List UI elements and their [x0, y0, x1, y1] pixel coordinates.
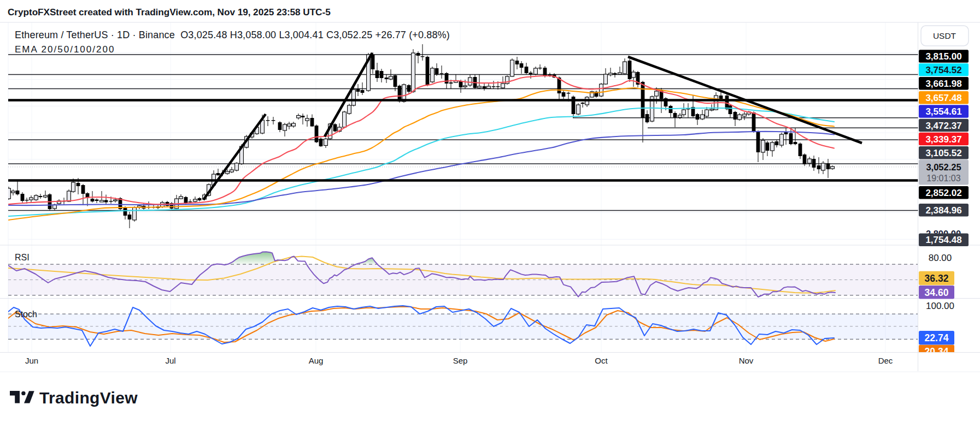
svg-text:Oct: Oct: [595, 356, 608, 365]
svg-text:3,657.48: 3,657.48: [925, 93, 961, 103]
svg-text:Jul: Jul: [165, 356, 175, 365]
svg-text:Sep: Sep: [453, 356, 468, 365]
svg-text:3,339.37: 3,339.37: [925, 134, 961, 145]
svg-text:2,384.96: 2,384.96: [925, 205, 961, 216]
svg-text:100.00: 100.00: [926, 301, 954, 311]
svg-text:EMA 20/50/100/200: EMA 20/50/100/200: [15, 44, 115, 55]
svg-text:Aug: Aug: [309, 356, 324, 365]
svg-text:Nov: Nov: [739, 356, 754, 365]
svg-text:36.32: 36.32: [925, 273, 949, 284]
svg-text:3,052.25: 3,052.25: [926, 162, 961, 172]
svg-text:Dec: Dec: [878, 356, 893, 365]
svg-text:3,105.52: 3,105.52: [925, 148, 961, 158]
svg-text:3,815.00: 3,815.00: [925, 51, 961, 62]
svg-text:3,661.98: 3,661.98: [925, 79, 961, 89]
svg-text:RSI: RSI: [15, 253, 30, 262]
svg-text:3,554.61: 3,554.61: [925, 106, 961, 117]
svg-text:34.60: 34.60: [925, 287, 949, 298]
svg-text:Ethereum / TetherUS · 1D · Bin: Ethereum / TetherUS · 1D · Binance O3,02…: [15, 29, 450, 40]
svg-text:22.74: 22.74: [925, 332, 949, 343]
svg-text:3,472.37: 3,472.37: [925, 121, 961, 131]
svg-text:TradingView: TradingView: [39, 389, 138, 407]
svg-text:1,754.48: 1,754.48: [925, 235, 961, 245]
svg-text:2,852.02: 2,852.02: [925, 188, 961, 198]
svg-text:3,754.52: 3,754.52: [925, 65, 961, 75]
svg-text:19:01:03: 19:01:03: [926, 174, 960, 183]
svg-text:80.00: 80.00: [929, 253, 952, 263]
svg-text:Stoch: Stoch: [15, 310, 37, 319]
svg-text:Jun: Jun: [25, 356, 38, 365]
svg-text:CryptoFXStreet created with Tr: CryptoFXStreet created with TradingView.…: [8, 7, 331, 17]
svg-text:USDT: USDT: [933, 31, 956, 40]
